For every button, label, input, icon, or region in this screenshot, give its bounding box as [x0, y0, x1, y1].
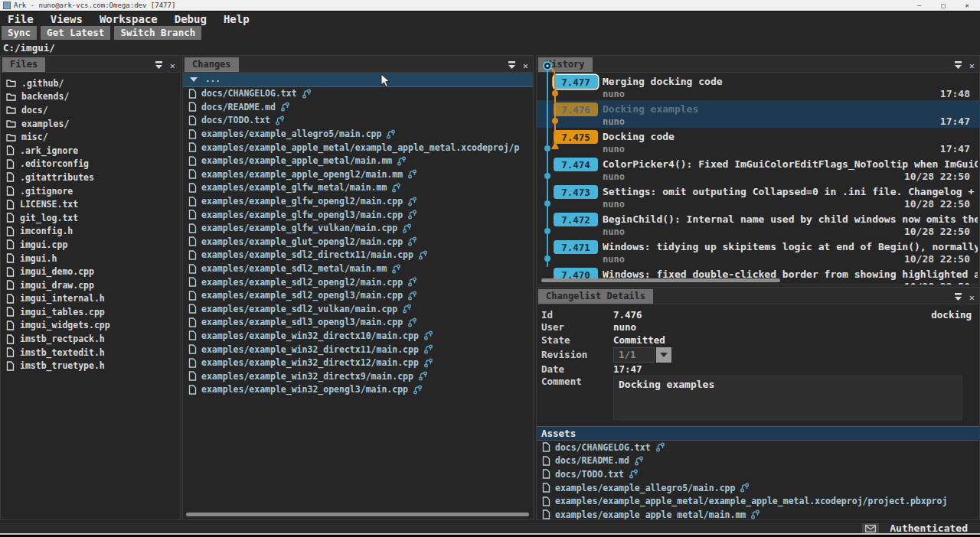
- mail-icon[interactable]: [862, 523, 879, 533]
- file-tree-item[interactable]: LICENSE.txt: [1, 197, 180, 211]
- changed-file-row[interactable]: examples/example_sdl3_opengl3/main.cpp: [183, 316, 533, 330]
- maximize-button[interactable]: ▢: [941, 2, 945, 9]
- file-tree-item[interactable]: .ark_ignore: [1, 144, 180, 158]
- close-panel-icon[interactable]: ✕: [969, 61, 975, 70]
- revision-dropdown-button[interactable]: [656, 347, 671, 363]
- changed-file-row[interactable]: examples/example_win32_directx9/main.cpp: [183, 369, 533, 383]
- file-tree-item[interactable]: .editorconfig: [1, 158, 180, 171]
- changed-file-row[interactable]: examples/example_win32_opengl3/main.cpp: [183, 383, 533, 397]
- changed-file-row[interactable]: examples/example_apple_opengl2/main.mm: [183, 168, 533, 181]
- history-hscrollbar[interactable]: [541, 278, 780, 282]
- changes-hscrollbar[interactable]: [186, 513, 529, 516]
- tab-changelist-details[interactable]: Changelist Details: [538, 289, 653, 304]
- comment-textarea[interactable]: Docking examples: [613, 376, 962, 420]
- file-tree-item[interactable]: git_log.txt: [1, 211, 180, 225]
- history-entry-row[interactable]: 7.476 Docking examples nuno 17:47: [537, 100, 979, 128]
- tab-files[interactable]: Files: [2, 57, 45, 72]
- close-panel-icon[interactable]: ✕: [969, 293, 975, 302]
- asset-file-row[interactable]: examples/example_allegro5/main.cpp: [537, 481, 979, 495]
- changed-file-row[interactable]: examples/example_glfw_metal/main.mm: [183, 181, 533, 195]
- changed-file-row[interactable]: examples/example_glfw_opengl2/main.cpp: [183, 194, 533, 208]
- changelist-badge[interactable]: 7.475: [554, 130, 598, 144]
- history-entry-row[interactable]: 7.470 Windows: fixed double-clicked bord…: [537, 265, 979, 285]
- file-tree-item[interactable]: imconfig.h: [1, 225, 180, 239]
- changelist-badge[interactable]: 7.472: [554, 213, 598, 226]
- changed-file-row[interactable]: examples/example_win32_directx12/main.cp…: [183, 356, 533, 369]
- changed-file-row[interactable]: docs/CHANGELOG.txt: [183, 87, 533, 101]
- menu-item[interactable]: Workspace: [100, 13, 158, 25]
- assets-section-header[interactable]: Assets: [537, 426, 979, 441]
- branch-icon: [407, 317, 417, 327]
- file-tree-item[interactable]: .gitignore: [1, 184, 180, 198]
- changelist-badge[interactable]: 7.471: [554, 240, 598, 254]
- toolbar-button[interactable]: Sync: [2, 26, 37, 40]
- changed-file-row[interactable]: examples/example_win32_directx11/main.cp…: [183, 343, 533, 356]
- asset-file-row[interactable]: docs/CHANGELOG.txt: [537, 441, 979, 454]
- changed-file-row[interactable]: examples/example_sdl2_vulkan/main.cpp: [183, 302, 533, 316]
- filter-icon[interactable]: [154, 58, 164, 73]
- file-tree-item[interactable]: imgui.cpp: [1, 238, 180, 252]
- file-tree-item[interactable]: imgui_demo.cpp: [1, 265, 180, 278]
- filter-icon[interactable]: [953, 290, 963, 304]
- changed-file-row[interactable]: examples/example_allegro5/main.cpp: [183, 127, 533, 141]
- changed-file-row[interactable]: examples/example_sdl2_opengl2/main.cpp: [183, 275, 533, 289]
- branch-icon: [391, 264, 401, 274]
- changed-file-row[interactable]: examples/example_apple_metal/example_app…: [183, 141, 533, 155]
- file-tree-item[interactable]: misc/: [1, 130, 180, 144]
- file-tree-item[interactable]: imstb_textedit.h: [1, 346, 180, 360]
- changed-file-row[interactable]: docs/README.md: [183, 100, 533, 114]
- changelist-root-row[interactable]: ...: [183, 73, 533, 87]
- file-tree-item[interactable]: .github/: [1, 76, 180, 90]
- changelist-badge[interactable]: 7.474: [554, 158, 598, 171]
- changed-file-row[interactable]: examples/example_win32_directx10/main.cp…: [183, 329, 533, 343]
- changed-file-row[interactable]: examples/example_glfw_vulkan/main.cpp: [183, 221, 533, 235]
- changed-file-row[interactable]: examples/example_glfw_opengl3/main.cpp: [183, 208, 533, 222]
- tab-changes[interactable]: Changes: [185, 57, 239, 72]
- changed-file-row[interactable]: docs/TODO.txt: [183, 114, 533, 128]
- asset-file-row[interactable]: docs/TODO.txt: [537, 467, 979, 481]
- menu-item[interactable]: Views: [51, 13, 83, 25]
- file-tree-item[interactable]: imstb_rectpack.h: [1, 332, 180, 346]
- menu-item[interactable]: Debug: [175, 13, 207, 25]
- asset-file-row[interactable]: examples/example_apple_metal/main.mm: [537, 508, 979, 520]
- filter-icon[interactable]: [507, 58, 517, 73]
- close-panel-icon[interactable]: ✕: [170, 61, 175, 70]
- changed-file-row[interactable]: examples/example_sdl2_directx11/main.cpp: [183, 249, 533, 262]
- file-tree-item[interactable]: docs/: [1, 103, 180, 117]
- toolbar-button[interactable]: Switch Branch: [114, 26, 201, 40]
- history-entry-row[interactable]: 7.471 Windows: tidying up skipitems logi…: [537, 238, 979, 265]
- file-tree-item[interactable]: examples/: [1, 117, 180, 131]
- file-tree-item[interactable]: imgui_tables.cpp: [1, 305, 180, 319]
- changelist-badge[interactable]: 7.473: [554, 185, 598, 199]
- history-entry-row[interactable]: 7.472 BeginChild(): Internal name used b…: [537, 210, 979, 238]
- tab-history[interactable]: History: [538, 57, 593, 72]
- changed-file-row[interactable]: examples/example_glut_opengl2/main.cpp: [183, 235, 533, 249]
- menu-item[interactable]: Help: [224, 13, 250, 25]
- file-tree-item[interactable]: imgui_draw.cpp: [1, 278, 180, 292]
- history-entry-row[interactable]: 7.473 Settings: omit outputing Collapsed…: [537, 183, 979, 210]
- branch-icon: [386, 129, 396, 139]
- filter-icon[interactable]: [953, 58, 963, 73]
- file-tree-item[interactable]: .gitattributes: [1, 171, 180, 184]
- history-entry-row[interactable]: 7.474 ColorPicker4(): Fixed ImGuiColorEd…: [537, 155, 979, 183]
- history-entry-row[interactable]: 7.477 Merging docking code nuno 17:48: [537, 73, 979, 100]
- close-button[interactable]: ✕: [965, 2, 969, 9]
- close-panel-icon[interactable]: ✕: [523, 61, 528, 70]
- changed-file-row[interactable]: examples/example_apple_metal/main.mm: [183, 154, 533, 168]
- minimize-button[interactable]: —: [917, 2, 921, 9]
- asset-file-row[interactable]: docs/README.md: [537, 454, 979, 468]
- menu-item[interactable]: File: [8, 13, 34, 25]
- revision-value[interactable]: 1/1: [613, 347, 655, 363]
- changelist-badge[interactable]: 7.477: [554, 75, 598, 89]
- asset-file-row[interactable]: examples/example_apple_metal/example_app…: [537, 494, 979, 508]
- toolbar-button[interactable]: Get Latest: [41, 26, 110, 40]
- changed-file-row[interactable]: examples/example_sdl2_metal/main.mm: [183, 262, 533, 275]
- file-tree-item[interactable]: imstb_truetype.h: [1, 359, 180, 373]
- file-tree-item[interactable]: backends/: [1, 90, 180, 104]
- file-tree-item[interactable]: imgui.h: [1, 252, 180, 265]
- changed-file-row[interactable]: examples/example_sdl2_opengl3/main.cpp: [183, 288, 533, 302]
- history-entry-row[interactable]: 7.475 Docking code nuno 17:47: [537, 128, 979, 155]
- file-tree-item[interactable]: imgui_widgets.cpp: [1, 319, 180, 333]
- changelist-badge[interactable]: 7.476: [554, 103, 598, 116]
- file-tree-item[interactable]: imgui_internal.h: [1, 292, 180, 306]
